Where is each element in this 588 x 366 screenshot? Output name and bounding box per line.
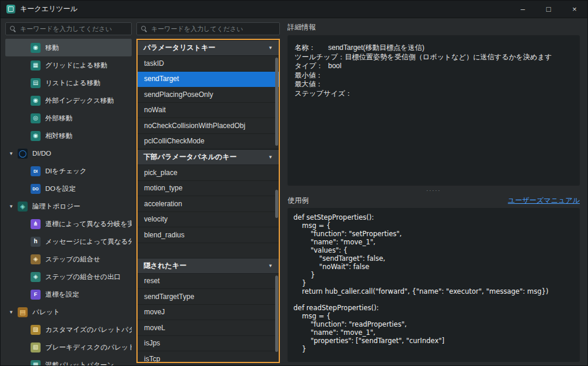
scrollbar-thumb[interactable] <box>275 190 278 218</box>
detail-field-label: ツールチップ： <box>295 53 345 62</box>
detail-field: ステップサイズ： <box>295 89 573 99</box>
key-item[interactable]: taskID <box>138 56 279 72</box>
detail-column: 詳細情報 名称： sendTarget(移動目標点を送信) ツールチップ： 目標… <box>282 18 587 365</box>
sidebar-item[interactable]: F 道標を設定 <box>5 286 132 303</box>
key-item[interactable]: isJps <box>138 336 279 352</box>
key-item[interactable]: noWait <box>138 103 279 119</box>
sidebar-item-label: リストによる移動 <box>45 79 101 88</box>
sidebar-item-label: DI/DO <box>32 150 51 157</box>
step-type-icon: ◈ <box>18 202 28 211</box>
window-title: キークエリツール <box>20 4 78 14</box>
step-type-icon: ▤ <box>18 307 28 317</box>
sidebar-item[interactable]: ▼ ◯ DI/DO <box>5 145 132 162</box>
sidebar-item[interactable]: ◎ 外部移動 <box>5 109 132 127</box>
step-type-icon: ▨ <box>31 325 41 335</box>
user-manual-link[interactable]: ユーザーズマニュアル <box>508 196 580 206</box>
key-label: sendTarget <box>144 75 179 83</box>
sidebar-item-label: メッセージによって異なる分岐を実行 <box>45 237 132 246</box>
key-label: blend_radius <box>144 231 185 239</box>
panel-splitter[interactable]: ····· <box>288 186 580 194</box>
key-item[interactable]: velocity <box>138 212 279 228</box>
sidebar-item-label: DOを設定 <box>45 184 76 193</box>
close-button[interactable]: × <box>562 1 587 18</box>
keys-search-input[interactable] <box>151 25 275 32</box>
keys-panel: パラメータリストキー ▼ taskID sendTarget sendPlaci… <box>136 39 280 363</box>
key-item[interactable]: noCheckCollisionWithPlacedObj <box>138 118 279 134</box>
key-item[interactable]: moveJ <box>138 305 279 321</box>
sidebar-item[interactable]: ▼ ◈ 論理トポロジー <box>5 197 132 215</box>
sidebar-item-label: 混載パレットパターン <box>45 361 114 366</box>
sidebar-search-input[interactable] <box>20 25 127 32</box>
sidebar-item[interactable]: DI DIをチェック <box>5 162 132 180</box>
sidebar-item-label: 外部インデックス移動 <box>45 96 114 105</box>
sidebar-item[interactable]: ◉ 外部インデックス移動 <box>5 92 132 109</box>
detail-field-label: 最大値： <box>295 80 328 89</box>
sidebar-item[interactable]: ◉ 相対移動 <box>5 127 132 145</box>
usage-code: def setStepProperties(): msg = { "functi… <box>293 213 574 353</box>
detail-field-value <box>352 89 573 99</box>
sidebar-item-label: 相対移動 <box>45 132 72 140</box>
key-item[interactable]: acceleration <box>138 196 279 212</box>
sidebar-item[interactable]: ◈ ステップの組合せの出口 <box>5 268 132 286</box>
key-item[interactable]: pick_place <box>138 165 279 181</box>
sidebar-item[interactable]: ◈ ステップの組合せ <box>5 250 132 268</box>
key-item[interactable]: reset <box>138 274 279 290</box>
collapse-arrow-icon: ▼ <box>9 151 18 156</box>
key-item[interactable]: motion_type <box>138 181 279 197</box>
key-label: noCheckCollisionWithPlacedObj <box>144 122 245 130</box>
step-type-icon: ◉ <box>31 96 41 106</box>
key-label: acceleration <box>144 200 182 208</box>
minimize-button[interactable]: – <box>510 1 536 18</box>
section-title: パラメータリストキー <box>143 43 215 53</box>
sidebar-item[interactable]: h メッセージによって異なる分岐を実行 <box>5 233 132 250</box>
detail-field-label: ステップサイズ： <box>295 89 352 99</box>
key-item[interactable]: sendPlacingPoseOnly <box>138 87 279 103</box>
sidebar-item[interactable]: ◉ 移動 <box>5 39 132 56</box>
step-type-icon: ◎ <box>31 113 41 123</box>
step-sidebar: ◉ 移動 ▦ グリッドによる移動 ▤ リストによる移動 ◉ 外部インデックス移動 <box>1 18 133 365</box>
section-header-parameter-list-keys[interactable]: パラメータリストキー ▼ <box>138 40 279 56</box>
collapse-arrow-icon: ▼ <box>9 204 18 209</box>
key-item[interactable]: blend_radius <box>138 227 279 243</box>
sidebar-item[interactable]: ▼ ▤ パレット <box>5 303 132 321</box>
sidebar-item[interactable]: ▧ ブレーキディスクのパレットパターン <box>5 338 132 356</box>
key-item[interactable]: sendTargetType <box>138 289 279 305</box>
section-header-hidden-keys[interactable]: 隠されたキー ▼ <box>138 258 279 274</box>
key-item[interactable]: moveL <box>138 320 279 336</box>
key-item[interactable]: isTcp <box>138 351 279 363</box>
keys-column: パラメータリストキー ▼ taskID sendTarget sendPlaci… <box>133 18 282 365</box>
key-label: pclColliCheckMode <box>144 137 205 145</box>
key-label: pick_place <box>144 169 178 177</box>
section-header-bottom-panel-keys[interactable]: 下部パラメータパネルのキー ▼ <box>138 149 279 165</box>
sidebar-item-label: ステップの組合せ <box>45 255 101 264</box>
main-area: ◉ 移動 ▦ グリッドによる移動 ▤ リストによる移動 ◉ 外部インデックス移動 <box>1 18 587 365</box>
detail-field-label: 名称： <box>295 43 328 53</box>
step-type-icon: ⋔ <box>31 219 41 229</box>
sidebar-item-label: パレット <box>32 308 60 317</box>
sidebar-item[interactable]: ▩ 混載パレットパターン <box>5 356 132 365</box>
sidebar-item[interactable]: ⋔ 道標によって異なる分岐を実行 <box>5 215 132 233</box>
sidebar-item[interactable]: DO DOを設定 <box>5 180 132 197</box>
sidebar-item[interactable]: ▨ カスタマイズのパレットパターン <box>5 321 132 338</box>
keys-search[interactable] <box>136 22 280 35</box>
sidebar-item-label: ステップの組合せの出口 <box>45 273 121 281</box>
scrollbar-thumb[interactable] <box>275 276 278 352</box>
sidebar-item-label: ブレーキディスクのパレットパターン <box>45 343 132 352</box>
title-bar: キークエリツール – □ × <box>1 1 587 18</box>
app-window: キークエリツール – □ × ◉ 移動 ▦ <box>0 0 588 366</box>
key-item[interactable]: sendTarget <box>138 72 279 88</box>
sidebar-tree: ◉ 移動 ▦ グリッドによる移動 ▤ リストによる移動 ◉ 外部インデックス移動 <box>5 39 132 365</box>
detail-field-value <box>328 71 573 80</box>
list-spacer <box>138 243 279 258</box>
detail-field-label: 最小値： <box>295 71 328 80</box>
sidebar-item-label: カスタマイズのパレットパターン <box>45 325 132 334</box>
key-label: isTcp <box>144 355 160 363</box>
sidebar-search[interactable] <box>5 22 132 35</box>
sidebar-item[interactable]: ▦ グリッドによる移動 <box>5 56 132 74</box>
sidebar-item[interactable]: ▤ リストによる移動 <box>5 74 132 92</box>
step-type-icon: h <box>31 237 41 247</box>
scrollbar-thumb[interactable] <box>275 58 278 146</box>
key-item[interactable]: pclColliCheckMode <box>138 134 279 150</box>
maximize-button[interactable]: □ <box>536 1 562 18</box>
detail-field-value: sendTarget(移動目標点を送信) <box>328 43 573 53</box>
